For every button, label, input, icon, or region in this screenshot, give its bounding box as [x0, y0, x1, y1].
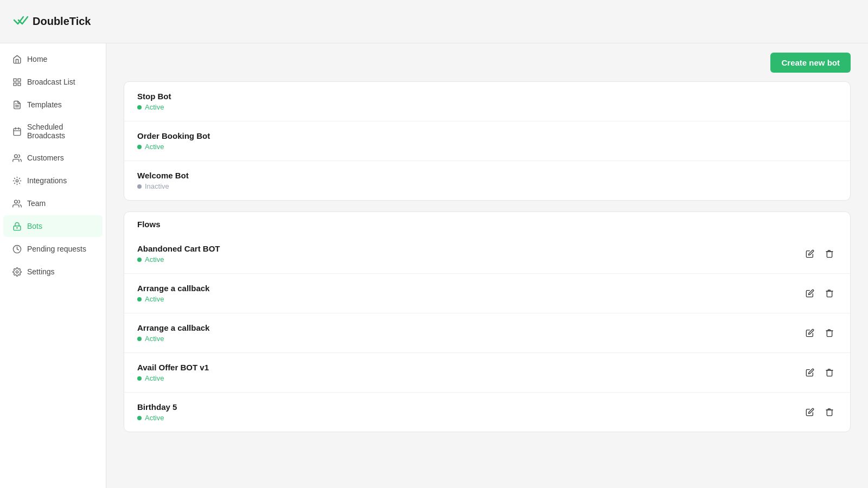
- edit-button[interactable]: [802, 325, 818, 341]
- bot-list-container: Stop Bot Active Order Booking Bot Active: [106, 81, 868, 488]
- delete-button[interactable]: [822, 365, 837, 380]
- flow-status: Active: [137, 335, 209, 343]
- status-dot-active: [137, 105, 142, 110]
- svg-rect-3: [17, 82, 20, 85]
- bot-item-welcome-bot: Welcome Bot Inactive: [124, 161, 850, 200]
- sidebar-label-integrations: Integrations: [27, 176, 67, 185]
- settings-icon: [12, 267, 22, 277]
- status-dot-active: [137, 337, 142, 341]
- sidebar-item-home[interactable]: Home: [3, 48, 103, 70]
- sidebar-item-integrations[interactable]: Integrations: [3, 170, 103, 191]
- status-text: Active: [145, 414, 164, 422]
- sidebar: Home Broadcast List Templates: [0, 43, 106, 488]
- status-dot-active: [137, 297, 142, 301]
- svg-rect-6: [14, 128, 21, 135]
- sidebar-item-pending-requests[interactable]: Pending requests: [3, 238, 103, 260]
- flow-item-arrange-callback-2: Arrange a callback Active: [124, 313, 850, 353]
- top-header: DoubleTick: [0, 0, 868, 43]
- sidebar-label-scheduled: Scheduled Broadcasts: [27, 123, 94, 140]
- flows-card-section: Flows Abandoned Cart BOT Active: [124, 211, 851, 432]
- status-text: Active: [145, 295, 164, 303]
- edit-button[interactable]: [802, 246, 818, 261]
- logo-area: DoubleTick: [13, 14, 91, 29]
- flow-item-arrange-callback-1: Arrange a callback Active: [124, 274, 850, 313]
- bot-name: Stop Bot: [137, 92, 171, 101]
- sidebar-label-settings: Settings: [27, 267, 55, 276]
- edit-button[interactable]: [802, 286, 818, 301]
- sidebar-item-team[interactable]: Team: [3, 192, 103, 214]
- flow-item-avail-offer: Avail Offer BOT v1 Active: [124, 353, 850, 393]
- svg-point-12: [14, 200, 17, 203]
- delete-button[interactable]: [822, 404, 837, 420]
- create-new-bot-button[interactable]: Create new bot: [770, 53, 851, 73]
- flow-name: Arrange a callback: [137, 323, 209, 332]
- bots-icon: [12, 221, 22, 231]
- main-layout: Home Broadcast List Templates: [0, 43, 868, 488]
- flow-actions: [802, 325, 837, 341]
- integrations-icon: [12, 176, 22, 185]
- scheduled-icon: [12, 126, 22, 136]
- edit-button[interactable]: [802, 365, 818, 380]
- flow-status: Active: [137, 255, 220, 264]
- status-text: Inactive: [145, 182, 169, 190]
- flows-section-header: Flows: [124, 212, 850, 234]
- sidebar-item-customers[interactable]: Customers: [3, 147, 103, 169]
- sidebar-label-pending: Pending requests: [27, 245, 86, 253]
- status-dot-active: [137, 376, 142, 381]
- svg-point-10: [14, 155, 17, 158]
- status-dot-active: [137, 145, 142, 149]
- sidebar-item-broadcast-list[interactable]: Broadcast List: [3, 71, 103, 93]
- sidebar-label-templates: Templates: [27, 100, 62, 109]
- sidebar-label-broadcast-list: Broadcast List: [27, 78, 75, 86]
- sidebar-label-bots: Bots: [27, 222, 42, 230]
- status-text: Active: [145, 335, 164, 343]
- content-header: Create new bot: [106, 43, 868, 81]
- flow-name: Avail Offer BOT v1: [137, 363, 209, 372]
- status-dot-active: [137, 416, 142, 420]
- broadcast-icon: [12, 77, 22, 87]
- bot-item-order-booking: Order Booking Bot Active: [124, 121, 850, 161]
- flow-item-birthday-5: Birthday 5 Active: [124, 393, 850, 432]
- bot-status: Active: [137, 143, 210, 151]
- bot-status: Active: [137, 103, 171, 111]
- svg-rect-2: [14, 82, 16, 85]
- sidebar-label-customers: Customers: [27, 153, 64, 162]
- delete-button[interactable]: [822, 286, 837, 301]
- delete-button[interactable]: [822, 325, 837, 341]
- content-area: Create new bot Stop Bot Active Or: [106, 43, 868, 488]
- bot-name: Welcome Bot: [137, 171, 189, 180]
- status-text: Active: [145, 374, 164, 382]
- svg-point-11: [16, 179, 18, 182]
- pending-icon: [12, 244, 22, 254]
- flow-name: Birthday 5: [137, 402, 177, 412]
- svg-point-16: [16, 271, 18, 273]
- brand-name: DoubleTick: [33, 15, 91, 28]
- flow-actions: [802, 286, 837, 301]
- status-text: Active: [145, 103, 164, 111]
- sidebar-item-scheduled-broadcasts[interactable]: Scheduled Broadcasts: [3, 117, 103, 146]
- svg-rect-0: [14, 79, 16, 81]
- delete-button[interactable]: [822, 246, 837, 261]
- sidebar-item-templates[interactable]: Templates: [3, 94, 103, 115]
- home-icon: [12, 54, 22, 64]
- team-icon: [12, 198, 22, 208]
- status-text: Active: [145, 143, 164, 151]
- logo-icon: [13, 14, 28, 29]
- sidebar-label-team: Team: [27, 199, 46, 208]
- flow-status: Active: [137, 374, 209, 382]
- svg-point-14: [16, 227, 17, 228]
- sidebar-item-settings[interactable]: Settings: [3, 261, 103, 282]
- flow-actions: [802, 404, 837, 420]
- edit-button[interactable]: [802, 404, 818, 420]
- flow-item-abandoned-cart: Abandoned Cart BOT Active: [124, 234, 850, 274]
- sidebar-item-bots[interactable]: Bots: [3, 215, 103, 237]
- bot-status: Inactive: [137, 182, 189, 190]
- flow-name: Arrange a callback: [137, 284, 209, 293]
- customers-icon: [12, 153, 22, 163]
- status-dot-active: [137, 258, 142, 262]
- svg-rect-1: [17, 79, 20, 81]
- flow-actions: [802, 246, 837, 261]
- flow-name: Abandoned Cart BOT: [137, 244, 220, 253]
- bots-card-section: Stop Bot Active Order Booking Bot Active: [124, 81, 851, 201]
- flow-status: Active: [137, 414, 177, 422]
